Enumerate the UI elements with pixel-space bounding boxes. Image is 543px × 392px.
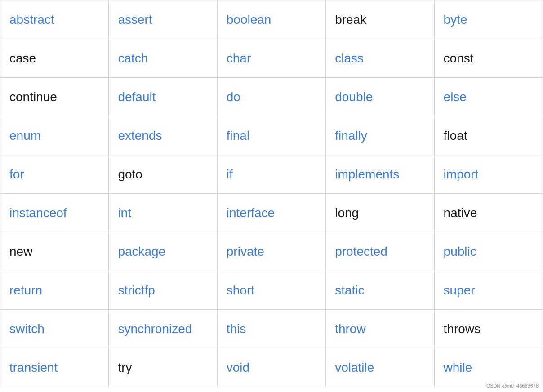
keyword-cell: package	[109, 232, 217, 271]
keyword-cell: short	[217, 271, 325, 310]
keyword-cell: switch	[0, 310, 109, 348]
keyword-cell: transient	[0, 348, 109, 387]
keyword-cell: break	[326, 0, 434, 39]
keyword-cell: instanceof	[0, 194, 109, 232]
keyword-cell: boolean	[217, 0, 325, 39]
keyword-cell: assert	[109, 0, 217, 39]
keyword-cell: float	[434, 116, 543, 155]
table-row: casecatchcharclassconst	[0, 39, 543, 78]
keyword-cell: throw	[326, 310, 434, 348]
keyword-cell: synchronized	[109, 310, 217, 348]
table-row: enumextendsfinalfinallyfloat	[0, 116, 543, 155]
keyword-cell: private	[217, 232, 325, 271]
table-row: forgotoifimplementsimport	[0, 155, 543, 194]
keyword-cell: interface	[217, 194, 325, 232]
keywords-table: abstractassertbooleanbreakbytecasecatchc…	[0, 0, 543, 387]
keyword-cell: implements	[326, 155, 434, 194]
table-row: returnstrictfpshortstaticsuper	[0, 271, 543, 310]
keyword-cell: int	[109, 194, 217, 232]
keyword-cell: case	[0, 39, 109, 78]
keyword-cell: final	[217, 116, 325, 155]
keyword-cell: goto	[109, 155, 217, 194]
keyword-cell: enum	[0, 116, 109, 155]
keyword-cell: abstract	[0, 0, 109, 39]
table-row: newpackageprivateprotectedpublic	[0, 232, 543, 271]
keyword-cell: volatile	[326, 348, 434, 387]
keyword-cell: finally	[326, 116, 434, 155]
keyword-cell: char	[217, 39, 325, 78]
keyword-cell: double	[326, 78, 434, 116]
keyword-cell: static	[326, 271, 434, 310]
keyword-cell: this	[217, 310, 325, 348]
keyword-cell: long	[326, 194, 434, 232]
watermark: CSDN @m0_46663678	[486, 383, 539, 388]
table-row: switchsynchronizedthisthrowthrows	[0, 310, 543, 348]
table-row: instanceofintinterfacelongnative	[0, 194, 543, 232]
keyword-cell: void	[217, 348, 325, 387]
keyword-cell: throws	[434, 310, 543, 348]
keyword-cell: public	[434, 232, 543, 271]
keyword-cell: class	[326, 39, 434, 78]
keyword-cell: extends	[109, 116, 217, 155]
keyword-cell: super	[434, 271, 543, 310]
table-row: abstractassertbooleanbreakbyte	[0, 0, 543, 39]
keyword-cell: try	[109, 348, 217, 387]
keyword-cell: new	[0, 232, 109, 271]
keyword-cell: else	[434, 78, 543, 116]
table-row: continuedefaultdodoubleelse	[0, 78, 543, 116]
keyword-cell: strictfp	[109, 271, 217, 310]
keyword-cell: byte	[434, 0, 543, 39]
keyword-cell: native	[434, 194, 543, 232]
keyword-cell: default	[109, 78, 217, 116]
keywords-table-wrapper: abstractassertbooleanbreakbytecasecatchc…	[0, 0, 543, 387]
table-row: transienttryvoidvolatilewhile	[0, 348, 543, 387]
keyword-cell: do	[217, 78, 325, 116]
keyword-cell: protected	[326, 232, 434, 271]
keyword-cell: if	[217, 155, 325, 194]
keyword-cell: import	[434, 155, 543, 194]
keyword-cell: return	[0, 271, 109, 310]
keyword-cell: continue	[0, 78, 109, 116]
keyword-cell: while	[434, 348, 543, 387]
keyword-cell: catch	[109, 39, 217, 78]
keyword-cell: for	[0, 155, 109, 194]
keyword-cell: const	[434, 39, 543, 78]
